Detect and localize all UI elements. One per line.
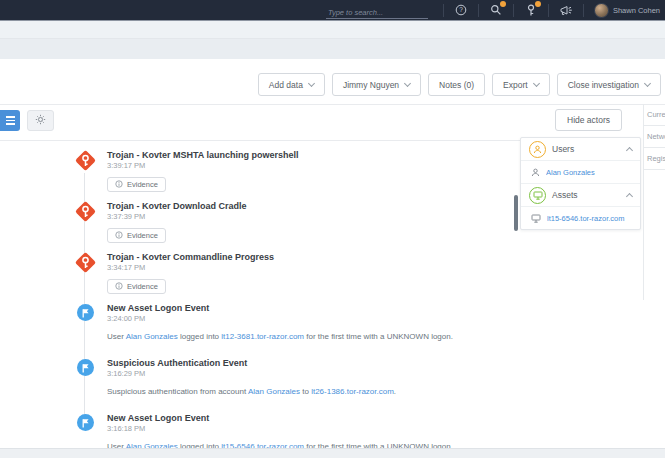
evidence-button[interactable]: Evidence xyxy=(107,228,166,243)
timeline-event[interactable]: Trojan - Kovter Download Cradle3:37:39 P… xyxy=(0,201,520,243)
key-icon[interactable] xyxy=(520,1,542,19)
user-menu[interactable]: Shawn Cohen xyxy=(594,3,660,18)
divider xyxy=(478,4,479,17)
notification-badge xyxy=(535,1,541,7)
description-text: for the first time with a UNKNOWN logon. xyxy=(304,332,453,341)
event-time: 3:34:17 PM xyxy=(107,263,274,273)
help-icon[interactable]: ? xyxy=(450,1,472,19)
svg-text:?: ? xyxy=(459,6,463,13)
divider xyxy=(583,4,584,17)
entity-link: Alan Gonzales xyxy=(546,168,595,177)
event-title: New Asset Logon Event xyxy=(107,303,453,314)
entity-link[interactable]: Alan Gonzales xyxy=(248,387,300,396)
divider xyxy=(548,4,549,17)
evidence-label: Evidence xyxy=(127,282,158,291)
event-title: Trojan - Kovter MSHTA launching powershe… xyxy=(107,150,299,161)
info-icon xyxy=(115,282,123,292)
rail-item-label: Registry Keys xyxy=(647,153,665,164)
entity-link[interactable]: Alan Gonzales xyxy=(126,332,178,341)
description-text: Suspicious authentication from account xyxy=(107,387,248,396)
alert-diamond-icon xyxy=(75,252,96,273)
timeline-event[interactable]: Trojan - Kovter Commandline Progress3:34… xyxy=(0,252,520,294)
rail-item[interactable]: Network info xyxy=(644,126,665,148)
chevron-down-icon xyxy=(644,80,651,87)
close-investigation-button[interactable]: Close investigation xyxy=(557,73,661,96)
event-flag-icon xyxy=(77,359,94,376)
evidence-label: Evidence xyxy=(127,180,158,189)
event-time: 3:16:29 PM xyxy=(107,369,396,379)
timeline-event[interactable]: Trojan - Kovter MSHTA launching powershe… xyxy=(0,150,520,192)
divider xyxy=(443,4,444,17)
export-button[interactable]: Export xyxy=(492,73,550,96)
chevron-down-icon xyxy=(533,80,540,87)
timeline-scrollbar[interactable] xyxy=(514,195,518,231)
event-time: 3:39:17 PM xyxy=(107,161,299,171)
section-label: Assets xyxy=(552,190,621,200)
chevron-up-icon xyxy=(626,192,633,199)
rail-item-label: Network info xyxy=(647,131,665,142)
entity-link[interactable]: lt12-3681.tor-razor.com xyxy=(221,332,304,341)
description-text: User xyxy=(107,332,126,341)
timeline-event[interactable]: New Asset Logon Event3:16:18 PMUser Alan… xyxy=(0,413,520,448)
user-list-item[interactable]: Alan Gonzales xyxy=(521,161,640,184)
settings-button[interactable] xyxy=(27,110,54,131)
evidence-label: Evidence xyxy=(127,231,158,240)
event-flag-icon xyxy=(77,414,94,431)
actors-section-assets[interactable]: Assets xyxy=(521,184,640,207)
user-name: Shawn Cohen xyxy=(613,6,660,15)
rail-item[interactable]: Registry Keys xyxy=(644,148,665,170)
divider xyxy=(0,104,665,105)
chevron-down-icon xyxy=(308,80,315,87)
notification-badge xyxy=(500,1,506,7)
rail-item[interactable]: Current Processes xyxy=(644,104,665,126)
megaphone-icon[interactable] xyxy=(555,1,577,19)
entity-link[interactable]: lt26-1386.tor-razor.com xyxy=(311,387,394,396)
event-title: Trojan - Kovter Commandline Progress xyxy=(107,252,274,263)
asset-list-item[interactable]: lt15-6546.tor-razor.com xyxy=(521,207,640,229)
timeline-event[interactable]: New Asset Logon Event3:24:00 PMUser Alan… xyxy=(0,303,520,342)
divider xyxy=(513,4,514,17)
user-circle-icon xyxy=(529,141,546,158)
asset-circle-icon xyxy=(529,187,546,204)
notes-button[interactable]: Notes (0) xyxy=(428,73,485,96)
avatar xyxy=(594,3,609,18)
event-description: User Alan Gonzales logged into lt12-3681… xyxy=(107,332,453,342)
global-search xyxy=(326,1,428,19)
monitor-icon xyxy=(531,209,541,227)
info-icon xyxy=(115,231,123,241)
description-text: to xyxy=(300,387,311,396)
actors-panel: UsersAlan GonzalesAssetslt15-6546.tor-ra… xyxy=(520,137,641,230)
alert-diamond-icon xyxy=(75,201,96,222)
timeline-view-button[interactable] xyxy=(0,110,20,131)
search-input[interactable] xyxy=(326,7,428,19)
timeline-events: Trojan - Kovter MSHTA launching powershe… xyxy=(0,150,520,448)
chevron-up-icon xyxy=(626,146,633,153)
event-description: Suspicious authentication from account A… xyxy=(107,387,396,397)
entity-link: lt15-6546.tor-razor.com xyxy=(547,214,625,223)
divider xyxy=(0,140,520,141)
description-text: . xyxy=(394,387,396,396)
subheader-band xyxy=(0,21,665,59)
description-text: logged into xyxy=(178,332,222,341)
add-data-button[interactable]: Add data xyxy=(258,73,325,96)
chevron-down-icon xyxy=(404,80,411,87)
rail-item-label: Current Processes xyxy=(647,109,665,120)
gear-icon xyxy=(35,113,46,128)
search-alerts-icon[interactable] xyxy=(485,1,507,19)
section-label: Users xyxy=(552,144,621,154)
info-icon xyxy=(115,180,123,190)
timeline-event[interactable]: Suspicious Authentication Event3:16:29 P… xyxy=(0,358,520,397)
investigation-content: Add data Jimmy Nguyen Notes (0) Export C… xyxy=(0,59,665,448)
evidence-button[interactable]: Evidence xyxy=(107,177,166,192)
event-time: 3:37:39 PM xyxy=(107,212,247,222)
assignee-button[interactable]: Jimmy Nguyen xyxy=(332,73,421,96)
actors-section-users[interactable]: Users xyxy=(521,138,640,161)
context-rail: Current ProcessesNetwork infoRegistry Ke… xyxy=(643,104,665,300)
event-time: 3:24:00 PM xyxy=(107,314,453,324)
top-navbar: ? Shawn Cohen xyxy=(0,0,665,21)
event-timeline: Trojan - Kovter MSHTA launching powershe… xyxy=(0,145,520,448)
investigation-toolbar: Add data Jimmy Nguyen Notes (0) Export C… xyxy=(258,73,661,96)
evidence-button[interactable]: Evidence xyxy=(107,279,166,294)
page-footer-strip xyxy=(0,448,665,458)
hide-actors-button[interactable]: Hide actors xyxy=(555,109,622,131)
